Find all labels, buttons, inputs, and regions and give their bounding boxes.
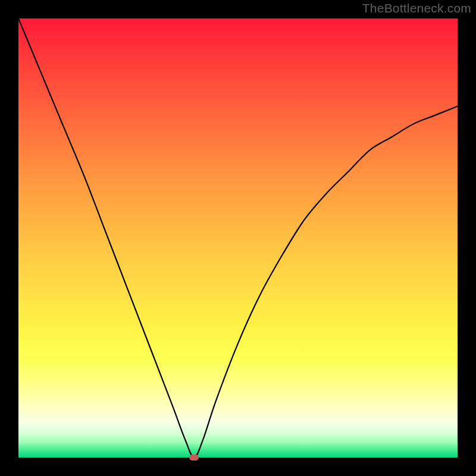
chart-plot-area — [18, 18, 458, 458]
minimum-marker — [189, 455, 199, 461]
bottleneck-curve — [18, 18, 458, 458]
branding-text: TheBottleneck.com — [362, 1, 471, 15]
